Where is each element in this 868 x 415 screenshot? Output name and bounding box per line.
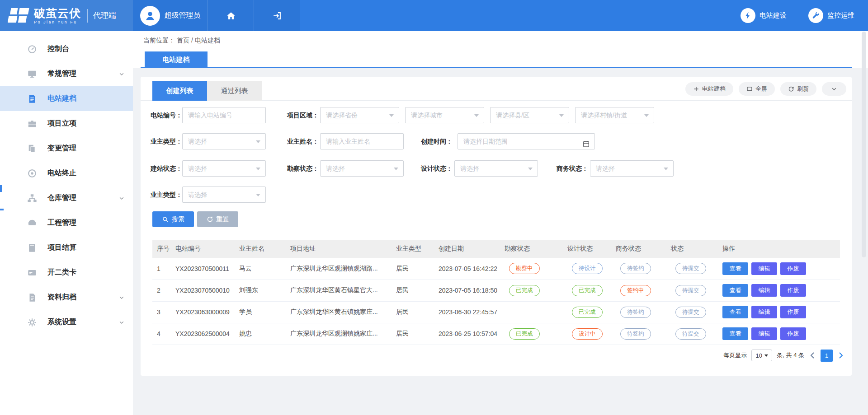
cell-station_no: YX2023062500004 <box>171 323 235 345</box>
search-button[interactable]: 搜索 <box>152 211 194 227</box>
sidebar-item-label: 项目立项 <box>47 119 76 128</box>
cell-status-status: 待提交 <box>666 280 718 301</box>
caret-down-icon <box>394 168 398 173</box>
placeholder-text: 请输入业主姓名 <box>326 138 370 145</box>
header-nav-label: 监控运维 <box>827 11 854 20</box>
sidebar-item-copy[interactable]: 变更管理 <box>0 136 133 161</box>
breadcrumb-home[interactable]: 首页 <box>177 37 189 44</box>
sidebar-item-monitor[interactable]: 常规管理 <box>0 61 133 86</box>
region-select-0[interactable]: 请选择省份 <box>320 107 399 123</box>
column-header: 勘察状态 <box>500 240 563 258</box>
view-button[interactable]: 查看 <box>722 262 748 275</box>
placeholder-text: 请选择 <box>596 165 615 172</box>
sidebar-item-label: 控制台 <box>47 44 69 54</box>
status-badge: 已完成 <box>509 328 540 340</box>
chevron-down-icon <box>831 86 837 92</box>
sidebar-item-document[interactable]: 电站建档 <box>0 86 133 111</box>
breadcrumb-current: 电站建档 <box>195 37 220 44</box>
void-button[interactable]: 作废 <box>780 306 806 318</box>
edit-button[interactable]: 编辑 <box>751 262 777 275</box>
void-button[interactable]: 作废 <box>780 284 806 297</box>
sidebar-item-card[interactable]: 开二类卡 <box>0 260 133 285</box>
chevron-down-icon <box>118 294 125 301</box>
page-scrollbar[interactable] <box>862 32 866 415</box>
cell-survey-status: 已完成 <box>500 323 563 345</box>
view-button[interactable]: 查看 <box>722 327 748 340</box>
cell-station_no: YX2023070500011 <box>171 258 235 280</box>
sidebar-item-briefcase[interactable]: 项目立项 <box>0 111 133 136</box>
fullscreen-button[interactable]: 全屏 <box>739 82 775 96</box>
sidebar-item-gauge[interactable]: 工程管理 <box>0 210 133 235</box>
next-page-button[interactable] <box>837 350 844 361</box>
cell-business-status: 待签约 <box>611 323 666 345</box>
dashboard-icon <box>27 44 37 54</box>
owner-type-select[interactable]: 请选择 <box>182 133 266 149</box>
status-badge: 待签约 <box>620 307 651 318</box>
cell-owner: 姚忠 <box>235 323 286 345</box>
sidebar-nav: 控制台常规管理电站建档项目立项变更管理电站终止仓库管理工程管理项目结算开二类卡资… <box>0 31 133 415</box>
home-button[interactable] <box>208 0 254 31</box>
tab-passed-list[interactable]: 通过列表 <box>207 81 262 101</box>
sidebar-item-gear[interactable]: 系统设置 <box>0 310 133 335</box>
sidebar-item-dashboard[interactable]: 控制台 <box>0 37 133 61</box>
owner-type2-select[interactable]: 请选择 <box>182 187 266 203</box>
cell-address: 广东深圳龙华区观澜镇姚家庄... <box>286 323 392 345</box>
filter-label: 业主类型： <box>148 187 182 203</box>
status-badge: 待提交 <box>675 263 706 274</box>
region-select-3[interactable]: 请选择村镇/街道 <box>575 107 654 123</box>
station-no-input[interactable]: 请输入电站编号 <box>182 107 266 123</box>
cell-address: 广东深圳龙华区观澜镇观湖路... <box>286 258 392 280</box>
prev-page-button[interactable] <box>809 350 816 361</box>
plus-icon <box>693 86 699 92</box>
view-button[interactable]: 查看 <box>722 284 748 297</box>
per-page-label: 每页显示 <box>723 351 747 359</box>
region-select-2[interactable]: 请选择县/区 <box>490 107 569 123</box>
reset-button[interactable]: 重置 <box>197 211 238 227</box>
header-nav-monitor-ops[interactable]: 监控运维 <box>808 8 854 23</box>
fullscreen-icon <box>746 86 753 92</box>
status-badge: 已完成 <box>509 285 540 296</box>
pagination: 每页显示 10 条, 共 4 条 1 <box>152 345 844 366</box>
view-button[interactable]: 查看 <box>722 306 748 318</box>
edit-button[interactable]: 编辑 <box>751 306 777 318</box>
top-header: 破茧云伏 Po Jian Yun Fu 代理端 超级管理员 电站建设监控运维 <box>0 0 868 31</box>
create-time-range-input[interactable]: 请选择日期范围 <box>458 133 595 149</box>
placeholder-text: 请选择省份 <box>326 112 358 119</box>
column-header: 操作 <box>718 240 840 258</box>
build-status-select[interactable]: 请选择 <box>182 160 266 177</box>
logout-button[interactable] <box>254 0 300 31</box>
refresh-button[interactable]: 刷新 <box>780 82 816 96</box>
sidebar-item-label: 项目结算 <box>47 243 76 252</box>
region-select-1[interactable]: 请选择城市 <box>405 107 484 123</box>
cell-address: 广东深圳龙华区黄石镇星官大... <box>286 280 392 301</box>
filter-label: 项目区域： <box>278 107 319 123</box>
table-row: 2YX2023070500010刘强东广东深圳龙华区黄石镇星官大...居民202… <box>152 280 840 301</box>
create-station-button[interactable]: 电站建档 <box>685 82 733 96</box>
collapse-button[interactable] <box>822 82 846 96</box>
column-header: 状态 <box>666 240 718 258</box>
edit-button[interactable]: 编辑 <box>751 327 777 340</box>
per-page-select[interactable]: 10 <box>751 350 772 361</box>
business-status-select[interactable]: 请选择 <box>590 160 674 177</box>
sidebar-item-sitemap[interactable]: 仓库管理 <box>0 186 133 210</box>
edit-button[interactable]: 编辑 <box>751 284 777 297</box>
wrench-icon <box>811 11 820 20</box>
void-button[interactable]: 作废 <box>780 327 806 340</box>
header-nav-station-build[interactable]: 电站建设 <box>741 8 787 23</box>
status-badge: 待提交 <box>675 328 706 340</box>
placeholder-text: 请选择县/区 <box>496 112 529 119</box>
user-menu[interactable]: 超级管理员 <box>133 0 208 31</box>
sidebar-item-target[interactable]: 电站终止 <box>0 161 133 186</box>
scrollbar-thumb[interactable] <box>862 32 866 257</box>
sidebar-item-calculator[interactable]: 项目结算 <box>0 235 133 260</box>
survey-status-select[interactable]: 请选择 <box>320 160 404 177</box>
void-button[interactable]: 作废 <box>780 262 806 275</box>
page-number-1[interactable]: 1 <box>821 350 833 362</box>
list-tabs: 创建列表通过列表 <box>152 81 262 101</box>
owner-name-input[interactable]: 请输入业主姓名 <box>320 133 404 149</box>
design-status-select[interactable]: 请选择 <box>454 160 538 177</box>
tab-created-list[interactable]: 创建列表 <box>152 81 207 101</box>
sidebar-item-archive[interactable]: 资料归档 <box>0 285 133 310</box>
chevron-down-icon <box>118 71 125 77</box>
page-tab-station-archive[interactable]: 电站建档 <box>145 51 208 68</box>
